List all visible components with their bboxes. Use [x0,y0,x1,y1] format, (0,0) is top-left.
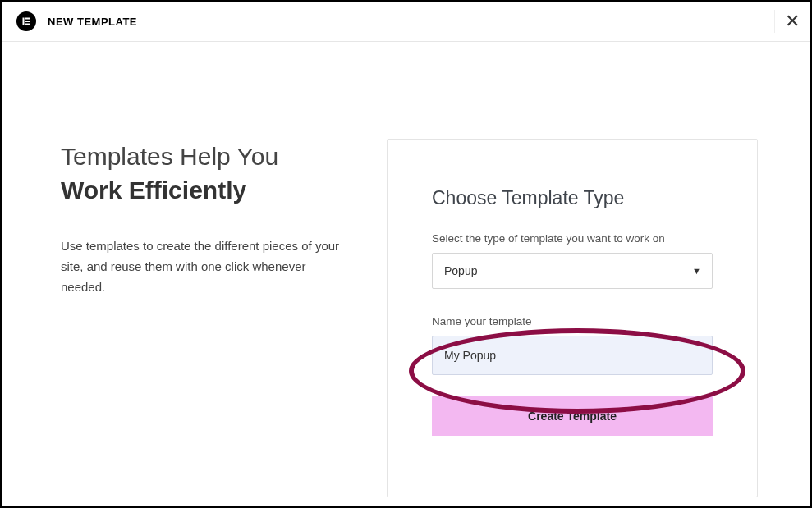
intro-heading-line2: Work Efficiently [61,176,246,204]
template-name-input[interactable] [432,336,713,375]
panel-title: Choose Template Type [432,187,713,209]
form-column: Choose Template Type Select the type of … [387,42,810,508]
elementor-logo [16,11,36,31]
modal-body: Templates Help You Work Efficiently Use … [2,42,810,508]
modal-title: NEW TEMPLATE [48,16,137,28]
template-form-panel: Choose Template Type Select the type of … [387,139,758,497]
intro-paragraph: Use templates to create the different pi… [61,236,340,297]
close-icon: ✕ [785,11,800,32]
template-type-label: Select the type of template you want to … [432,232,713,245]
intro-heading-line1: Templates Help You [61,143,278,170]
intro-column: Templates Help You Work Efficiently Use … [2,42,387,508]
svg-rect-3 [25,24,30,25]
svg-rect-1 [25,18,30,20]
svg-rect-0 [23,18,25,25]
template-type-select[interactable]: Popup [432,253,713,289]
close-button[interactable]: ✕ [774,10,797,33]
intro-heading: Templates Help You Work Efficiently [61,140,354,207]
modal-header: NEW TEMPLATE ✕ [2,2,810,42]
template-type-select-wrapper: Popup ▼ [432,253,713,289]
template-name-label: Name your template [432,315,713,327]
create-template-button[interactable]: Create Template [432,396,713,436]
svg-rect-2 [25,21,30,22]
